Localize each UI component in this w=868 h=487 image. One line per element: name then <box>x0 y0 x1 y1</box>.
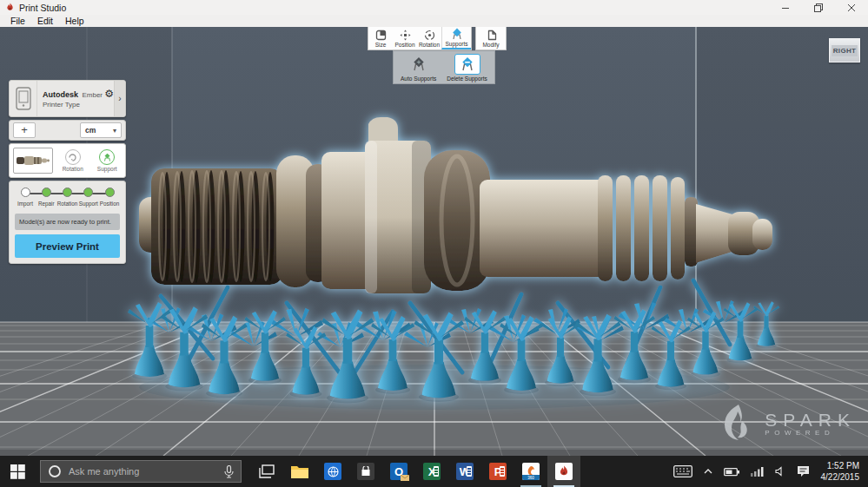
microphone-icon[interactable] <box>224 465 234 478</box>
rotation-button[interactable]: Rotation <box>417 27 441 49</box>
menu-file[interactable]: File <box>5 16 30 26</box>
chevron-down-icon: ▾ <box>113 127 116 135</box>
model-support-icon <box>103 153 112 162</box>
powerpoint-icon: P <box>489 463 507 480</box>
step-repair-dot <box>42 188 51 197</box>
close-button[interactable] <box>835 0 868 15</box>
rotation-label: Rotation <box>419 42 440 48</box>
cortana-search-box[interactable] <box>40 460 242 483</box>
step-position: Position <box>99 188 120 207</box>
position-label: Position <box>394 42 414 48</box>
print-studio-app-icon <box>5 3 15 12</box>
close-icon <box>847 3 856 12</box>
modify-label: Modify <box>482 42 499 48</box>
touch-keyboard-icon[interactable] <box>673 465 692 477</box>
menu-edit[interactable]: Edit <box>32 16 58 26</box>
step-import: Import <box>15 188 36 207</box>
spark-flame-icon <box>719 404 756 444</box>
preview-print-button[interactable]: Preview Print <box>15 234 120 258</box>
powerpoint-button[interactable]: P <box>481 456 514 487</box>
supports-button[interactable]: Supports <box>441 27 471 49</box>
workflow-steps: Import Repair Rotation Support Position <box>15 188 120 210</box>
minimize-button[interactable] <box>769 0 802 15</box>
battery-icon[interactable] <box>724 467 739 477</box>
printer-settings-gear-icon[interactable]: ⚙ <box>104 88 114 116</box>
auto-supports-button[interactable]: Auto Supports <box>401 54 436 82</box>
modify-button[interactable]: Modify <box>476 27 506 49</box>
edge-browser-button[interactable] <box>316 456 349 487</box>
step-position-label: Position <box>100 201 119 207</box>
show-hidden-icons-chevron[interactable] <box>704 469 712 474</box>
unit-value: cm <box>85 126 96 135</box>
model-support-label: Support <box>97 166 117 172</box>
step-import-dot <box>21 188 30 197</box>
model-thumbnail-image <box>16 153 50 168</box>
action-center-icon[interactable] <box>797 465 810 477</box>
delete-supports-icon <box>460 56 475 72</box>
clock-time: 1:52 PM <box>821 460 860 471</box>
supports-icon <box>451 28 463 40</box>
step-import-label: Import <box>17 201 33 207</box>
position-button[interactable]: Position <box>393 27 417 49</box>
model-rotation-button[interactable]: Rotation <box>58 149 88 172</box>
step-support-label: Support <box>79 201 98 207</box>
supports-submenu: Auto Supports Delete Supports <box>393 50 495 84</box>
size-button[interactable]: Size <box>368 27 393 49</box>
print-studio-taskbar-button[interactable] <box>547 456 580 487</box>
printer-brand: Autodesk <box>43 90 78 99</box>
outlook-button[interactable]: O <box>382 456 415 487</box>
search-input[interactable] <box>69 466 217 477</box>
network-signal-icon[interactable] <box>751 466 764 477</box>
cortana-icon <box>48 464 62 478</box>
auto-supports-icon <box>411 56 427 72</box>
menu-help[interactable]: Help <box>60 16 89 26</box>
word-icon: W <box>456 463 474 480</box>
rotation-icon <box>424 30 435 41</box>
insulator-ribs <box>598 175 685 281</box>
model-rotation-icon <box>68 153 77 162</box>
model-thumbnail[interactable] <box>13 148 53 174</box>
step-position-dot <box>105 188 115 197</box>
spark-powered-logo: SPARK POWERED <box>719 404 856 444</box>
build-scene <box>0 27 868 456</box>
printer-type-label: Printer Type <box>43 100 104 109</box>
model-card: Rotation Support <box>9 143 126 178</box>
excel-icon: X <box>423 463 441 480</box>
app-window: Print Studio File Edit Help <box>0 0 868 487</box>
file-explorer-button[interactable] <box>283 456 316 487</box>
system-tray: 1:52 PM 4/22/2015 <box>673 456 868 487</box>
status-card: Import Repair Rotation Support Position … <box>9 181 126 264</box>
model-support-button[interactable]: Support <box>93 149 123 172</box>
unit-dropdown[interactable]: cm ▾ <box>80 122 122 138</box>
printer-model: Ember <box>82 91 103 99</box>
taskbar-apps: O X W P 360 <box>250 456 580 487</box>
view-cube-face-label: RIGHT <box>832 45 858 56</box>
clock-date: 4/22/2015 <box>821 471 860 483</box>
fusion-360-button[interactable]: 360 <box>514 456 547 487</box>
step-repair: Repair <box>36 188 56 207</box>
printer-card[interactable]: Autodesk Ember Printer Type ⚙ › <box>9 80 126 117</box>
supports-label: Supports <box>445 41 467 47</box>
start-button[interactable] <box>0 456 35 487</box>
step-rotation-dot <box>63 188 72 197</box>
step-repair-label: Repair <box>38 201 55 207</box>
title-bar: Print Studio <box>0 0 868 15</box>
word-button[interactable]: W <box>448 456 481 487</box>
printer-icon <box>16 87 31 110</box>
task-view-button[interactable] <box>250 456 283 487</box>
panel-collapse-chevron[interactable]: › <box>114 81 125 116</box>
file-explorer-icon <box>291 464 308 478</box>
delete-supports-button[interactable]: Delete Supports <box>447 54 487 82</box>
left-panel: Autodesk Ember Printer Type ⚙ › + cm ▾ <box>9 80 126 264</box>
store-button[interactable] <box>349 456 382 487</box>
viewport-3d[interactable]: Size Position Rotation Supports <box>0 27 868 456</box>
add-model-button[interactable]: + <box>13 122 36 138</box>
view-cube[interactable]: RIGHT <box>829 38 860 63</box>
taskbar-clock[interactable]: 1:52 PM 4/22/2015 <box>821 460 860 483</box>
store-icon <box>357 463 374 480</box>
outlook-icon: O <box>390 463 407 480</box>
excel-button[interactable]: X <box>415 456 448 487</box>
restore-icon <box>814 3 823 12</box>
restore-button[interactable] <box>802 0 835 15</box>
volume-icon[interactable] <box>775 466 785 477</box>
